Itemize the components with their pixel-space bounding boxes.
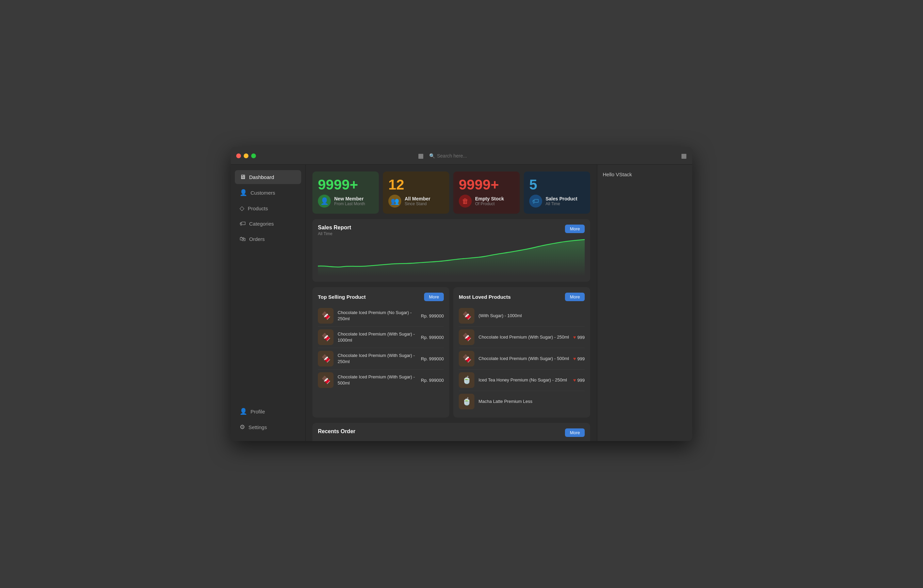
new-member-icon: 👤 [318,195,331,208]
all-member-icon: 👥 [388,195,401,208]
profile-icon: 👤 [240,408,247,415]
stat-text-empty-stock: Empty Stock Of Product [475,196,504,206]
list-item: 🍵 Macha Latte Premium Less [459,391,585,412]
close-button[interactable] [236,153,241,158]
orders-table: Track ID Name Items Status Total [318,440,585,441]
list-item: 🍫 (With Sugar) - 1000ml [459,305,585,327]
stat-sub-new-member: From Last Month [334,202,365,206]
sidebar-item-label: Customers [250,190,275,195]
stat-sub-all-member: Since Stand [405,202,430,206]
orders-icon: 🛍 [240,235,246,243]
search-input[interactable] [437,153,505,159]
greeting-text: Hello VStack [603,171,687,177]
stat-label-new-member: New Member [334,196,365,202]
sidebar-item-products[interactable]: ◇ Products [235,201,301,215]
middle-section: Top Selling Product More 🍫 Chocolate Ice… [312,287,590,417]
products-icon: ◇ [240,205,245,212]
product-price: Rp. 999000 [421,335,444,340]
list-item: 🍫 Chocolate Iced Premium (With Sugar) - … [318,348,444,370]
stat-number-sales-product: 5 [529,177,585,192]
sidebar: 🖥 Dashboard 👤 Customers ◇ Products 🏷 Cat… [231,165,305,441]
settings-icon: ⚙ [240,423,245,431]
maximize-button[interactable] [251,153,256,158]
col-items: Items [442,440,489,441]
sales-report-header: Sales Report All Time More [318,225,585,236]
product-name: Chocolate Iced Premium (No Sugar) - 250m… [338,310,417,322]
sales-report-title-group: Sales Report All Time [318,225,351,236]
stat-label-all-member: All Member [405,196,430,202]
sidebar-item-orders[interactable]: 🛍 Orders [235,232,301,246]
stat-number-new-member: 9999+ [318,177,373,192]
sidebar-item-categories[interactable]: 🏷 Categories [235,217,301,231]
titlebar-right: ▦ [681,152,687,159]
stat-bottom-all-member: 👥 All Member Since Stand [388,195,444,208]
sidebar-item-profile[interactable]: 👤 Profile [235,404,301,419]
sidebar-item-customers[interactable]: 👤 Customers [235,186,301,200]
stat-bottom-new-member: 👤 New Member From Last Month [318,195,373,208]
loved-count-value: 999 [577,356,585,361]
most-loved-list: 🍫 (With Sugar) - 1000ml 🍫 Chocolate Iced… [459,305,585,412]
sidebar-item-settings[interactable]: ⚙ Settings [235,420,301,434]
list-item: 🍫 Chocolate Iced Premium (With Sugar) - … [459,348,585,370]
sales-report-more-button[interactable]: More [565,225,585,233]
categories-icon: 🏷 [240,220,246,227]
product-thumbnail: 🍫 [318,372,333,388]
loved-product-name: (With Sugar) - 1000ml [478,313,581,319]
stat-label-empty-stock: Empty Stock [475,196,504,202]
search-bar: 🔍 [429,153,505,159]
sidebar-item-dashboard[interactable]: 🖥 Dashboard [235,170,301,184]
stat-label-sales-product: Sales Product [545,196,577,202]
traffic-lights [236,153,256,158]
product-thumbnail: 🍵 [459,372,475,388]
top-selling-more-button[interactable]: More [424,292,444,301]
stat-bottom-empty-stock: 🗑 Empty Stock Of Product [459,195,514,208]
sidebar-item-label: Products [248,205,268,211]
sidebar-toggle-right-icon[interactable]: ▦ [681,153,687,159]
sales-report-section: Sales Report All Time More [312,219,590,282]
sales-report-subtitle: All Time [318,232,351,236]
sidebar-item-label: Categories [249,221,274,227]
customers-icon: 👤 [240,189,247,196]
loved-count-value: 999 [577,335,585,340]
most-loved-more-button[interactable]: More [565,292,585,301]
product-name: Chocolate Iced Premium (With Sugar) - 25… [338,353,417,365]
dashboard-icon: 🖥 [240,174,246,181]
product-thumbnail: 🍫 [459,351,475,366]
empty-stock-icon: 🗑 [459,195,472,208]
stat-card-new-member: 9999+ 👤 New Member From Last Month [312,171,379,214]
recent-orders-more-button[interactable]: More [565,429,585,437]
heart-icon: ♥ [573,356,576,361]
app-window: ▦ 🔍 ▦ 🖥 Dashboard 👤 Customers [231,147,692,441]
sales-report-title: Sales Report [318,225,351,231]
orders-table-header: Track ID Name Items Status Total [318,440,585,441]
product-thumbnail: 🍫 [459,329,475,345]
top-selling-header: Top Selling Product More [318,292,444,301]
stat-card-empty-stock: 9999+ 🗑 Empty Stock Of Product [453,171,520,214]
recent-orders-header: Recents Order More [318,429,585,437]
titlebar-center: ▦ 🔍 [418,152,505,159]
list-item: 🍫 Chocolate Iced Premium (No Sugar) - 25… [318,305,444,327]
right-panel: Hello VStack [597,165,692,441]
col-status: Status [489,440,544,441]
col-total: Total [544,440,585,441]
product-name: Chocolate Iced Premium (With Sugar) - 10… [338,331,417,343]
product-thumbnail: 🍫 [318,329,333,345]
list-item: 🍫 Chocolate Iced Premium (With Sugar) - … [459,327,585,348]
minimize-button[interactable] [244,153,248,158]
col-name: Name [390,440,442,441]
nav-bottom: 👤 Profile ⚙ Settings [235,404,301,435]
product-price: Rp. 999000 [421,314,444,319]
stat-number-all-member: 12 [388,177,444,192]
stat-bottom-sales-product: 🏷 Sales Product All Time [529,195,585,208]
stat-number-empty-stock: 9999+ [459,177,514,192]
product-price: Rp. 999000 [421,356,444,361]
stat-card-all-member: 12 👥 All Member Since Stand [383,171,449,214]
sales-chart-svg [318,239,585,276]
recent-orders-section: Recents Order More Track ID Name Items S… [312,423,590,441]
product-thumbnail: 🍫 [318,351,333,366]
loved-count: ♥ 999 [573,356,585,361]
sales-chart [318,239,585,276]
sidebar-toggle-icon[interactable]: ▦ [418,152,424,159]
stat-sub-sales-product: All Time [545,202,577,206]
stat-cards: 9999+ 👤 New Member From Last Month 12 👥 [312,171,590,214]
